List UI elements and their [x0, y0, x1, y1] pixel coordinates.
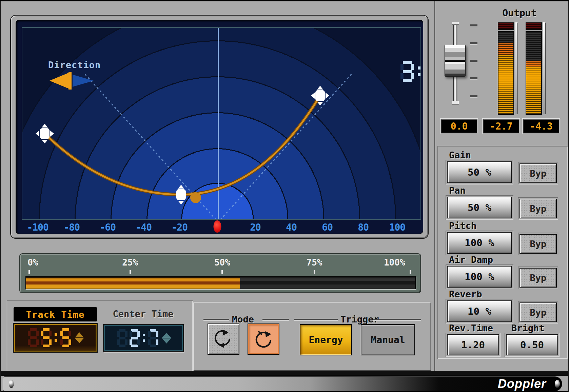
arrow-right-icon	[326, 93, 329, 99]
trigger-manual-button[interactable]: Manual	[361, 324, 415, 355]
listener-position-icon	[214, 220, 221, 233]
plugin-title: Doppler	[498, 377, 562, 391]
track-time-led	[27, 328, 72, 347]
progress-tick	[28, 270, 30, 274]
byp-frame: Byp	[518, 162, 558, 184]
loop-cycle-icon	[214, 329, 233, 349]
progress-fill	[26, 277, 240, 289]
arrow-down-icon	[317, 102, 323, 105]
footer-bar: Doppler	[3, 376, 562, 391]
value-frame: 50 %	[446, 195, 513, 220]
gain-bypass-button[interactable]: Byp	[519, 163, 557, 183]
axis-tick-label: 40	[286, 222, 297, 233]
axis-tick-label: -40	[135, 222, 152, 233]
center-time-spinner[interactable]	[162, 332, 171, 344]
arrow-down-icon	[178, 201, 184, 204]
reverb-bypass-button[interactable]: Byp	[519, 302, 557, 322]
track-time-display[interactable]	[13, 323, 98, 353]
curve-bottom-node-icon	[190, 192, 201, 203]
axis-tick-label: 80	[358, 222, 369, 233]
spinner-up-icon	[75, 332, 84, 337]
axis-tick-label: -100	[27, 222, 48, 233]
param-label-airdamp: Air Damp	[449, 254, 493, 265]
curve-bottom-handle[interactable]	[176, 189, 186, 200]
progress-tick	[314, 270, 315, 274]
reverb-value-button[interactable]: 10 %	[447, 300, 512, 322]
progress-tick	[221, 270, 223, 274]
spinner-down-icon	[75, 338, 84, 343]
transport-panel: Track Time Center Time	[7, 300, 193, 371]
right-meter-readout-frame: -4.3	[522, 118, 560, 134]
one-shot-icon	[254, 329, 273, 349]
legend-line	[294, 319, 338, 320]
mode-oneshot-button[interactable]	[248, 324, 279, 355]
progress-panel: 0% 25% 50% 75% 100%	[19, 253, 421, 293]
arrow-left-icon	[36, 131, 39, 137]
right-meter-readout[interactable]: -4.3	[523, 119, 559, 133]
mode-loop-button[interactable]	[208, 324, 239, 355]
mode-label: Mode	[232, 314, 254, 325]
progress-label: 0%	[27, 257, 38, 268]
progress-label: 100%	[384, 257, 405, 268]
byp-frame: Byp	[518, 197, 558, 220]
pan-value-button[interactable]: 50 %	[447, 197, 512, 218]
trigger-energy-button[interactable]: Energy	[300, 324, 352, 355]
gain-value-button[interactable]: 50 %	[447, 161, 512, 183]
center-time-display[interactable]	[103, 324, 184, 352]
arrow-left-icon	[311, 93, 315, 99]
right-output-meter	[526, 31, 542, 115]
curve-start-handle[interactable]	[40, 128, 50, 139]
fader-tick	[470, 42, 477, 44]
distance-axis: -100 -80 -60 -40 -20 20 40 60 80 100	[22, 221, 421, 236]
direction-control[interactable]	[50, 72, 90, 90]
curve-end-handle[interactable]	[315, 90, 325, 101]
param-label-revtime: Rev.Time	[449, 323, 493, 333]
fader-tick	[470, 60, 477, 62]
byp-frame: Byp	[518, 301, 558, 324]
progress-tick	[410, 270, 411, 274]
mode-trigger-panel: Mode Trigger Energy Manual	[193, 302, 431, 371]
panel-divider	[434, 1, 435, 372]
airdamp-bypass-button[interactable]: Byp	[519, 268, 557, 288]
track-time-spinner[interactable]	[75, 332, 84, 344]
left-meter-readout[interactable]: -2.7	[483, 119, 519, 133]
axis-tick-label: 60	[322, 222, 333, 233]
airdamp-value-button[interactable]: 100 %	[447, 266, 512, 288]
revtime-value-button[interactable]: 1.20	[447, 334, 499, 355]
output-fader-handle[interactable]	[445, 45, 466, 77]
arrow-up-icon	[317, 86, 323, 90]
param-label-reverb: Reverb	[449, 289, 482, 299]
bright-value-button[interactable]: 0.50	[506, 334, 558, 355]
value-frame: 0.50	[505, 333, 560, 357]
fader-cap	[452, 101, 459, 104]
fader-tick	[470, 77, 477, 79]
value-frame: 100 %	[446, 264, 513, 289]
fader-value-readout[interactable]: 0.0	[441, 119, 477, 133]
fader-tick	[470, 95, 477, 97]
param-label-pitch: Pitch	[449, 220, 476, 231]
pitch-value-button[interactable]: 100 %	[447, 232, 512, 254]
right-meter-clip-indicator	[526, 22, 542, 30]
axis-tick-label: -60	[99, 222, 116, 233]
arrow-right-icon	[50, 131, 54, 137]
param-label-bright: Bright	[511, 323, 545, 333]
progress-label: 75%	[307, 257, 322, 268]
progress-label: 25%	[122, 257, 138, 268]
meter-rail	[515, 22, 517, 114]
radar-display[interactable]: Direction	[22, 27, 421, 220]
axis-tick-label: -80	[63, 222, 80, 233]
byp-frame: Byp	[518, 233, 558, 255]
ratio-led-display	[399, 61, 421, 82]
direction-left-arrow-icon	[50, 73, 69, 89]
left-meter-clip-indicator	[498, 22, 514, 30]
screw-icon	[9, 380, 14, 388]
progress-track[interactable]	[25, 276, 416, 289]
value-frame: 50 %	[446, 160, 513, 184]
pitch-bypass-button[interactable]: Byp	[519, 234, 557, 254]
fader-tick	[470, 24, 477, 26]
pan-bypass-button[interactable]: Byp	[519, 199, 557, 218]
legend-line	[203, 319, 229, 320]
direction-arrow-bar	[68, 72, 72, 90]
param-label-gain: Gain	[449, 150, 471, 160]
byp-frame: Byp	[518, 267, 558, 289]
